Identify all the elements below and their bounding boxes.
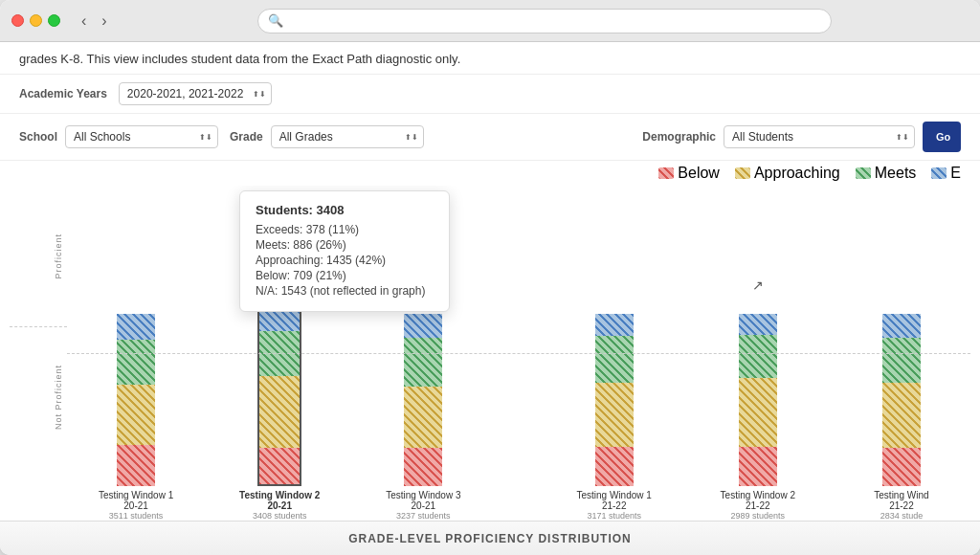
bar-segment-exceeds [739, 314, 777, 335]
grade-wrapper: All Grades [271, 125, 424, 148]
bar-stack[interactable] [117, 295, 155, 486]
main-window: ‹ › 🔍 grades K-8. This view includes stu… [0, 0, 980, 555]
bar-segment-below [259, 448, 300, 484]
legend-item-meets: Meets [856, 165, 917, 182]
exceeds-swatch [931, 167, 947, 179]
grade-filter-group: Grade All Grades [230, 125, 424, 148]
bar-students-count: 3237 students [386, 511, 460, 521]
bar-segment-exceeds [595, 314, 634, 336]
y-proficient-label: Proficient [54, 233, 63, 279]
bar-year: 21-22 [874, 500, 928, 511]
filters-row-1: Academic Years 2020-2021, 2021-2022 [0, 75, 980, 114]
approaching-label: Approaching [754, 165, 840, 182]
bottom-bar: GRADE-LEVEL PROFICIENCY DISTRIBUTION [0, 521, 980, 555]
bar-segment-below [739, 447, 777, 486]
bar-segment-below [404, 448, 442, 486]
title-bar: ‹ › 🔍 [0, 0, 980, 42]
bar-stack[interactable] [739, 295, 777, 486]
apply-button[interactable]: Go [923, 122, 961, 152]
school-select[interactable]: All Schools [65, 125, 218, 148]
bar-segment-approaching [739, 378, 777, 447]
bar-segment-meets [595, 336, 634, 383]
bar-name: Testing Window 2 [721, 490, 795, 500]
bar-segment-approaching [117, 385, 155, 445]
tooltip-row: Exceeds: 378 (11%) [256, 223, 434, 236]
chart-wrapper: Proficient Not Proficient Testing Window… [0, 186, 980, 521]
description-text: grades K-8. This view includes student d… [0, 42, 980, 75]
bar-year: 20-21 [239, 500, 320, 511]
bar-label: Testing Window 121-223171 students [576, 490, 651, 521]
demographic-wrapper: All Students [724, 125, 915, 148]
bar-year: 21-22 [576, 500, 651, 511]
bottom-label: GRADE-LEVEL PROFICIENCY DISTRIBUTION [348, 532, 632, 545]
below-label: Below [678, 165, 720, 182]
school-label: School [19, 130, 57, 144]
bar-label: Testing Wind21-222834 stude [874, 490, 928, 521]
bars-inner: Testing Window 120-213511 students↗Testi… [67, 186, 970, 521]
bar-label: Testing Window 220-213408 students [239, 490, 320, 521]
filters-row-2: School All Schools Grade All Grades Demo… [0, 114, 980, 161]
demographic-select[interactable]: All Students [724, 125, 915, 148]
bar-name: Testing Wind [874, 490, 928, 500]
legend-row: Below Approaching Meets E [0, 161, 980, 186]
proficiency-divider [67, 353, 970, 354]
bar-segment-approaching [404, 387, 442, 449]
search-icon: 🔍 [268, 13, 283, 28]
bar-segment-meets [739, 335, 777, 378]
bar-stack[interactable] [404, 295, 442, 486]
exceeds-label: E [950, 165, 961, 182]
bar-name: Testing Window 3 [386, 490, 460, 500]
bar-stack[interactable] [257, 295, 301, 486]
close-button[interactable] [11, 14, 24, 27]
bar-label: Testing Window 320-213237 students [386, 490, 460, 521]
bar-stack[interactable] [882, 295, 921, 486]
bar-segment-meets [882, 338, 921, 383]
traffic-lights [11, 14, 60, 27]
meets-label: Meets [875, 165, 917, 182]
content-area: grades K-8. This view includes student d… [0, 42, 980, 555]
bar-name: Testing Window 1 [99, 490, 173, 500]
bar-year: 20-21 [99, 500, 173, 511]
bar-segment-approaching [882, 383, 921, 448]
y-not-proficient-label: Not Proficient [54, 365, 63, 430]
bar-stack[interactable] [595, 295, 634, 486]
tooltip-row: Approaching: 1435 (42%) [256, 254, 434, 267]
below-swatch [658, 167, 674, 179]
bars-area: Testing Window 120-213511 students↗Testi… [67, 186, 970, 521]
academic-years-label: Academic Years [19, 87, 107, 100]
bar-segment-below [117, 445, 155, 486]
legend-item-below: Below [658, 165, 720, 182]
grade-select[interactable]: All Grades [271, 125, 424, 148]
bar-segment-below [882, 448, 921, 486]
bar-segment-meets [117, 340, 155, 385]
bar-segment-approaching [259, 376, 300, 449]
bar-students-count: 2989 students [721, 511, 795, 521]
demographic-filter-group: Demographic All Students Go [642, 122, 961, 152]
minimize-button[interactable] [30, 14, 42, 27]
bar-segment-exceeds [117, 314, 155, 340]
approaching-swatch [735, 167, 750, 179]
forward-button[interactable]: › [96, 11, 112, 32]
school-wrapper: All Schools [65, 125, 218, 148]
trend-icon: ↗ [752, 278, 764, 293]
bar-label: Testing Window 120-213511 students [99, 490, 173, 521]
maximize-button[interactable] [48, 14, 60, 27]
tooltip-row: N/A: 1543 (not reflected in graph) [256, 284, 434, 298]
bar-students-count: 3511 students [99, 511, 173, 521]
bar-students-count: 3171 students [576, 511, 651, 521]
academic-years-select[interactable]: 2020-2021, 2021-2022 [119, 82, 272, 105]
tooltip-row: Below: 709 (21%) [256, 269, 434, 282]
tooltip-row: Meets: 886 (26%) [256, 238, 434, 252]
meets-swatch [856, 167, 871, 179]
y-proficient-section: Proficient [10, 186, 67, 326]
bar-year: 20-21 [386, 500, 460, 511]
grade-label: Grade [230, 130, 263, 144]
y-axis: Proficient Not Proficient [10, 186, 67, 521]
bar-segment-exceeds [259, 312, 300, 331]
tooltip-rows: Exceeds: 378 (11%)Meets: 886 (26%)Approa… [256, 223, 434, 298]
y-not-proficient-section: Not Proficient [10, 326, 67, 468]
bar-name: Testing Window 1 [576, 490, 651, 500]
address-bar[interactable]: 🔍 [257, 9, 832, 33]
back-button[interactable]: ‹ [76, 11, 92, 32]
tooltip: Students: 3408 Exceeds: 378 (11%)Meets: … [239, 190, 450, 312]
